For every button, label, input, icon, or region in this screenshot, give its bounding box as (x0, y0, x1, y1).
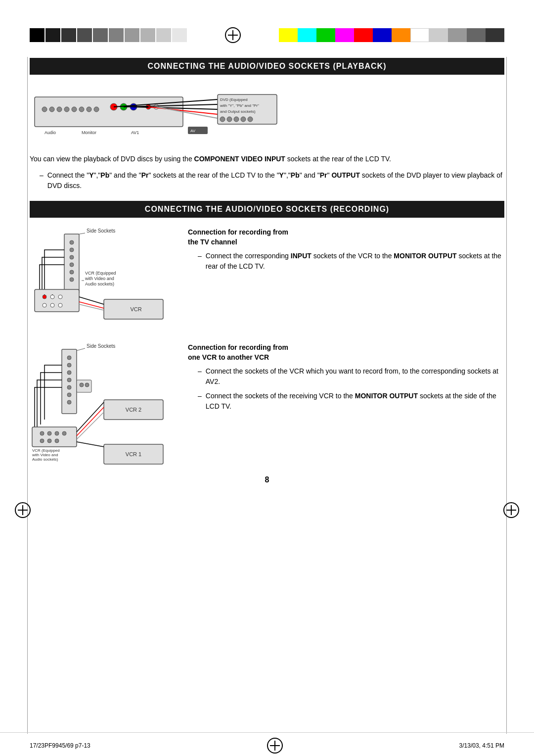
footer-right: 3/13/03, 4:51 PM (459, 742, 504, 749)
svg-text:Side Sockets: Side Sockets (87, 228, 115, 234)
color-bar-red (354, 28, 373, 42)
svg-text:AV: AV (190, 129, 196, 133)
playback-para1: You can view the playback of DVD discs b… (30, 154, 504, 164)
svg-rect-0 (35, 97, 183, 127)
recording2-text: Connection for recording from one VCR to… (188, 340, 504, 471)
recording1-svg: Side Sockets VCR (Equipped with Video an… (30, 225, 178, 329)
svg-point-8 (94, 107, 99, 112)
color-bar-cyan (298, 28, 316, 42)
recording-section-wrapper: CONNECTING THE AUDIO/VIDEO SOCKETS (RECO… (30, 201, 504, 218)
footer: 17/23PF9945/69 p7-13 3/13/03, 4:51 PM (0, 732, 534, 754)
playback-bullet1: – Connect the "Y","Pb" and the "Pr" sock… (40, 170, 504, 191)
svg-line-57 (79, 297, 104, 304)
black-bar-9 (156, 28, 171, 42)
svg-point-52 (58, 303, 62, 307)
color-bar-yellow (279, 28, 298, 42)
svg-point-29 (241, 117, 246, 122)
svg-line-87 (77, 412, 104, 439)
svg-text:Audio sockets): Audio sockets) (85, 282, 114, 286)
playback-diagram-area: Audio Monitor AV1 DVD (Equipped with "Y"… (30, 82, 287, 148)
color-bar-darkgray (467, 28, 486, 42)
svg-text:Monitor: Monitor (82, 130, 96, 135)
svg-text:VCR (Equipped: VCR (Equipped (32, 448, 60, 453)
svg-point-68 (67, 393, 71, 397)
page-number: 8 (30, 475, 504, 484)
recording1-heading: Connection for recording from the TV cha… (188, 228, 504, 247)
svg-text:Side Sockets: Side Sockets (87, 343, 115, 349)
svg-point-65 (67, 371, 71, 375)
svg-point-27 (227, 117, 232, 122)
registration-mark-left (10, 502, 36, 520)
color-bar-gray (448, 28, 467, 42)
component-video-bold: COMPONENT VIDEO INPUT (194, 155, 285, 163)
svg-point-38 (70, 255, 74, 259)
svg-point-37 (70, 248, 74, 252)
recording1-text: Connection for recording from the TV cha… (188, 225, 504, 331)
svg-point-41 (70, 278, 74, 282)
svg-point-39 (70, 263, 74, 267)
recording1-row: Side Sockets VCR (Equipped with Video an… (30, 225, 504, 331)
svg-point-4 (64, 107, 69, 112)
svg-line-86 (77, 407, 104, 436)
svg-point-63 (67, 356, 71, 360)
page-container: CONNECTING THE AUDIO/VIDEO SOCKETS (PLAY… (0, 27, 534, 756)
black-bars (30, 28, 187, 42)
svg-text:and Output sockets): and Output sockets) (220, 109, 256, 114)
playback-svg: Audio Monitor AV1 DVD (Equipped with "Y"… (30, 82, 287, 146)
svg-text:VCR: VCR (130, 306, 141, 312)
svg-point-66 (67, 378, 71, 382)
svg-text:AV1: AV1 (131, 130, 139, 135)
black-bar-2 (45, 28, 60, 42)
footer-left: 17/23PF9945/69 p7-13 (30, 742, 90, 749)
svg-point-76 (55, 431, 59, 435)
playback-diagram-row: Audio Monitor AV1 DVD (Equipped with "Y"… (30, 82, 504, 148)
svg-text:VCR 1: VCR 1 (126, 451, 141, 457)
recording2-diagram: Side Sockets (30, 340, 178, 471)
svg-point-47 (43, 295, 46, 299)
svg-point-78 (40, 439, 44, 443)
playback-section-header: CONNECTING THE AUDIO/VIDEO SOCKETS (PLAY… (30, 58, 504, 75)
margin-line-right (506, 57, 507, 734)
svg-point-69 (67, 400, 71, 404)
svg-point-74 (40, 431, 44, 435)
svg-point-64 (67, 363, 71, 367)
svg-point-30 (248, 117, 253, 122)
recording1-bullet1: – Connect the corresponding INPUT socket… (198, 251, 504, 272)
color-bar-green (316, 28, 335, 42)
recording2-row: Side Sockets (30, 340, 504, 471)
black-bar-10 (172, 28, 187, 42)
svg-point-49 (58, 295, 62, 299)
svg-text:Audio: Audio (44, 130, 56, 135)
color-bar-orange (392, 28, 410, 42)
svg-point-6 (79, 107, 84, 112)
svg-point-5 (72, 107, 77, 112)
svg-point-50 (43, 303, 46, 307)
svg-line-88 (77, 442, 104, 447)
recording1-diagram: Side Sockets VCR (Equipped with Video an… (30, 225, 178, 331)
svg-point-79 (47, 439, 51, 443)
recording2-bullet1: – Connect the sockets of the VCR which y… (198, 366, 504, 387)
playback-header-text: CONNECTING THE AUDIO/VIDEO SOCKETS (PLAY… (148, 62, 387, 70)
registration-mark-top (225, 27, 241, 43)
svg-point-51 (50, 303, 54, 307)
registration-mark-bottom (267, 738, 283, 754)
top-bar-row (30, 27, 504, 43)
svg-text:VCR (Equipped: VCR (Equipped (85, 271, 116, 276)
black-bar-7 (125, 28, 139, 42)
color-bar-white (410, 28, 429, 42)
svg-text:with Video and: with Video and (85, 276, 114, 281)
svg-point-36 (70, 240, 74, 244)
svg-rect-73 (32, 427, 77, 447)
svg-text:VCR 2: VCR 2 (126, 407, 141, 413)
color-bar-vdarkgray (486, 28, 504, 42)
color-bar-blue (373, 28, 392, 42)
color-bar-lightgray (429, 28, 448, 42)
svg-point-67 (67, 385, 71, 389)
svg-point-72 (85, 383, 89, 387)
svg-text:with Video and: with Video and (32, 453, 58, 457)
svg-point-40 (70, 270, 74, 274)
svg-text:with "Y", "Pb" and "Pr": with "Y", "Pb" and "Pr" (220, 103, 259, 108)
svg-point-7 (87, 107, 91, 112)
svg-point-77 (62, 431, 66, 435)
black-bar-1 (30, 28, 44, 42)
